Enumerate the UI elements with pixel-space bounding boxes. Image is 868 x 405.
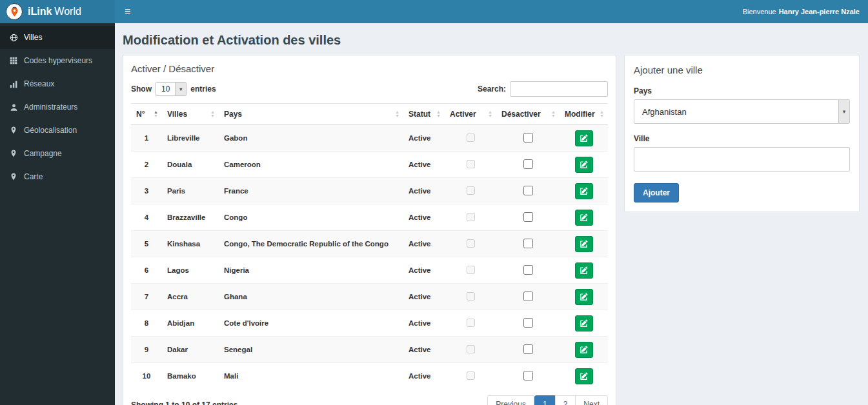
cell-desactiver (496, 284, 560, 310)
pagination: Previous 1 2 Next (487, 395, 608, 405)
globe-icon (9, 34, 18, 42)
show-label: Show (131, 84, 152, 94)
cell-activer (445, 284, 496, 310)
desactiver-checkbox[interactable] (523, 159, 533, 169)
table-row: 1 Libreville Gabon Active (131, 125, 608, 152)
activer-checkbox (467, 186, 475, 195)
pays-selected-value: Afghanistan (634, 100, 838, 123)
edit-button[interactable] (575, 130, 593, 146)
ville-input[interactable] (634, 147, 850, 172)
sidebar-item-geolocalisation[interactable]: Géolocalisation (0, 119, 115, 142)
pagination-page-1[interactable]: 1 (534, 395, 556, 405)
sidebar-item-administrateurs[interactable]: Administrateurs (0, 95, 115, 119)
cell-numero: 7 (131, 284, 162, 310)
table-column-header[interactable]: Activer ▲▼ (445, 104, 496, 125)
edit-icon (580, 134, 588, 143)
table-row: 2 Douala Cameroon Active (131, 152, 608, 178)
edit-icon (580, 266, 588, 275)
cell-statut: Active (403, 363, 445, 390)
desactiver-checkbox[interactable] (523, 186, 533, 195)
activer-checkbox (467, 345, 475, 353)
desactiver-checkbox[interactable] (523, 344, 533, 354)
page-length-select[interactable]: 10 ▾ (156, 82, 187, 96)
cell-statut: Active (403, 284, 445, 310)
sidebar-item-reseaux[interactable]: Réseaux (0, 72, 115, 95)
desactiver-checkbox[interactable] (523, 318, 533, 328)
edit-button[interactable] (575, 236, 593, 252)
sidebar-item-villes[interactable]: Villes (0, 26, 115, 49)
cell-ville: Accra (162, 284, 219, 310)
sidebar-item-carte[interactable]: Carte (0, 165, 115, 188)
desactiver-checkbox[interactable] (523, 212, 533, 222)
search-input[interactable] (510, 81, 608, 97)
cell-numero: 3 (131, 178, 162, 204)
cell-desactiver (496, 231, 560, 257)
welcome-text: BienvenueHanry Jean-pierre Nzale (743, 8, 868, 15)
sidebar-toggle-button[interactable]: ≡ (115, 0, 140, 23)
edit-button[interactable] (575, 368, 593, 384)
pays-select[interactable]: Afghanistan ▾ (634, 99, 850, 124)
cell-modifier (560, 125, 608, 152)
edit-button[interactable] (575, 289, 593, 305)
cell-numero: 1 (131, 125, 162, 152)
table-column-header[interactable]: Pays ▲▼ (219, 104, 403, 125)
cell-activer (445, 204, 496, 231)
edit-button[interactable] (575, 262, 593, 279)
edit-icon (580, 319, 588, 328)
sidebar-menu: Villes Codes hyperviseurs Réseaux Admini… (0, 23, 115, 188)
cell-pays: Mali (219, 363, 403, 390)
cell-pays: Cote d'Ivoire (219, 310, 403, 337)
cell-modifier (560, 152, 608, 178)
table-column-header[interactable]: Modifier ▲▼ (560, 104, 608, 125)
brand-title: iLinkWorld (28, 6, 81, 17)
cell-desactiver (496, 178, 560, 204)
table-column-header[interactable]: Désactiver ▲▼ (496, 104, 560, 125)
cell-desactiver (496, 363, 560, 390)
sort-icon: ▲▼ (154, 110, 158, 118)
table-body: 1 Libreville Gabon Active 2 Douala (131, 125, 608, 390)
cell-activer (445, 310, 496, 337)
table-column-header[interactable]: Statut ▲▼ (403, 104, 445, 125)
desactiver-checkbox[interactable] (523, 291, 533, 301)
sort-icon: ▲▼ (210, 110, 215, 118)
table-column-header[interactable]: Villes ▲▼ (162, 104, 219, 125)
desactiver-checkbox[interactable] (523, 133, 533, 143)
sidebar-item-codes-hyperviseurs[interactable]: Codes hyperviseurs (0, 49, 115, 72)
table-column-header[interactable]: N° ▲▼ (131, 104, 162, 125)
ajouter-button[interactable]: Ajouter (634, 183, 679, 202)
main-content: Modification et Activation des villes Ac… (115, 0, 868, 405)
edit-button[interactable] (575, 183, 593, 199)
edit-button[interactable] (575, 210, 593, 226)
cell-modifier (560, 178, 608, 204)
edit-button[interactable] (575, 157, 593, 173)
cell-ville: Douala (162, 152, 219, 178)
edit-icon (580, 372, 588, 380)
pagination-previous[interactable]: Previous (487, 395, 534, 405)
cell-numero: 2 (131, 152, 162, 178)
desactiver-checkbox[interactable] (523, 265, 533, 275)
table-header-row: N° ▲▼ Villes ▲▼ Pays ▲▼ Statut ▲▼ Active… (131, 104, 608, 125)
activer-checkbox (467, 239, 475, 248)
edit-button[interactable] (575, 315, 593, 331)
pagination-next[interactable]: Next (575, 395, 608, 405)
cell-pays: Gabon (219, 125, 403, 152)
brand[interactable]: iLinkWorld (0, 0, 115, 23)
table-row: 10 Bamako Mali Active (131, 363, 608, 390)
marker-icon (9, 126, 18, 134)
cell-statut: Active (403, 178, 445, 204)
cell-statut: Active (403, 125, 445, 152)
cell-activer (445, 337, 496, 363)
add-city-card: Ajouter une ville Pays Afghanistan ▾ Vil… (624, 55, 860, 212)
pays-label: Pays (634, 86, 850, 95)
edit-button[interactable] (575, 342, 593, 358)
content-columns: Activer / Désactiver Show 10 ▾ entries S… (115, 55, 868, 405)
edit-icon (580, 213, 588, 222)
cell-ville: Bamako (162, 363, 219, 390)
sidebar-item-campagne[interactable]: Campagne (0, 142, 115, 165)
desactiver-checkbox[interactable] (523, 371, 533, 380)
pagination-page-2[interactable]: 2 (555, 395, 576, 405)
entries-label: entries (190, 84, 216, 94)
desactiver-checkbox[interactable] (523, 239, 533, 248)
cell-numero: 8 (131, 310, 162, 337)
cities-table: N° ▲▼ Villes ▲▼ Pays ▲▼ Statut ▲▼ Active… (131, 103, 608, 390)
